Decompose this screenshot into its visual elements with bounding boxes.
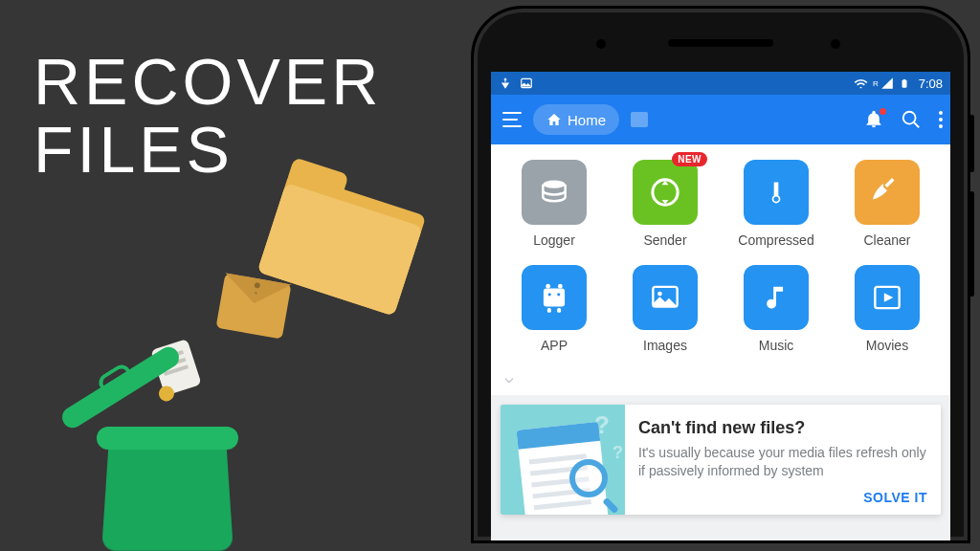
phone-volume-button	[969, 191, 974, 297]
tile-label: APP	[541, 338, 568, 353]
app-bar: Home	[491, 95, 950, 144]
notifications-button[interactable]	[864, 110, 883, 129]
app-icon	[522, 265, 587, 330]
signal-label: R	[873, 79, 879, 88]
svg-point-5	[543, 181, 565, 188]
svg-rect-11	[544, 289, 565, 307]
tile-movies[interactable]: Movies	[832, 265, 943, 353]
recover-illustration	[57, 225, 440, 550]
promo-illustration: ??	[501, 405, 625, 515]
tile-label: Sender	[643, 232, 686, 248]
svg-point-3	[903, 112, 916, 124]
tile-cleaner[interactable]: Cleaner	[832, 160, 943, 248]
svg-point-15	[557, 293, 560, 296]
search-icon	[901, 109, 922, 130]
svg-point-8	[773, 196, 780, 203]
headline-line1: RECOVER	[33, 48, 382, 116]
card-body: It's usually because your media files re…	[638, 444, 927, 480]
compressed-icon	[744, 160, 809, 225]
picture-status-icon	[520, 77, 533, 90]
tile-label: Images	[643, 338, 687, 353]
expand-button[interactable]	[499, 370, 943, 387]
svg-point-17	[657, 292, 662, 297]
window-indicator-icon[interactable]	[631, 112, 648, 127]
tile-sender[interactable]: NEW Sender	[610, 160, 721, 248]
tile-app[interactable]: APP	[499, 265, 610, 353]
svg-rect-7	[774, 183, 779, 196]
images-icon	[633, 265, 698, 330]
chevron-down-icon	[499, 374, 520, 387]
wifi-icon	[854, 77, 867, 90]
tile-label: Logger	[533, 232, 575, 248]
phone-camera	[596, 39, 606, 49]
notification-dot	[880, 108, 886, 115]
phone-screen: R 7:08 Home	[491, 72, 950, 540]
overflow-menu-button[interactable]	[939, 111, 943, 128]
menu-button[interactable]	[499, 105, 527, 134]
tile-label: Cleaner	[863, 232, 910, 248]
status-bar: R 7:08	[491, 72, 950, 95]
magnifier-icon	[569, 459, 617, 507]
es-status-icon	[499, 77, 512, 90]
category-grid: Logger NEW Sender Compressed Cleaner	[491, 144, 950, 395]
phone-speaker	[668, 39, 773, 47]
tile-music[interactable]: Music	[721, 265, 832, 353]
logger-icon	[522, 160, 587, 225]
svg-rect-12	[547, 308, 551, 313]
tile-label: Movies	[866, 338, 908, 353]
breadcrumb-home[interactable]: Home	[533, 104, 619, 135]
card-title: Can't find new files?	[638, 418, 927, 438]
promo-headline: RECOVER FILES	[33, 48, 382, 185]
svg-rect-2	[902, 79, 905, 80]
tile-label: Music	[759, 338, 794, 353]
svg-rect-13	[557, 308, 561, 313]
new-badge: NEW	[672, 152, 707, 166]
tile-label: Compressed	[738, 232, 813, 248]
phone-sensor	[831, 39, 840, 49]
phone-side-button	[969, 115, 974, 172]
home-icon	[546, 112, 562, 127]
promo-card: ?? Can't find new files? It's usually be…	[501, 405, 941, 515]
music-icon	[744, 265, 809, 330]
cleaner-icon	[855, 160, 920, 225]
sender-icon	[633, 160, 698, 225]
tile-images[interactable]: Images	[610, 265, 721, 353]
phone-frame: R 7:08 Home	[471, 6, 970, 543]
svg-rect-1	[902, 80, 906, 88]
battery-icon	[900, 77, 913, 90]
breadcrumb-label: Home	[568, 112, 606, 128]
svg-line-4	[914, 122, 920, 128]
envelope-icon	[215, 273, 291, 339]
solve-it-button[interactable]: SOLVE IT	[638, 490, 927, 505]
signal-icon	[880, 77, 894, 90]
svg-point-14	[548, 293, 551, 296]
trash-bin-icon	[105, 440, 230, 550]
tile-compressed[interactable]: Compressed	[721, 160, 832, 248]
status-time: 7:08	[919, 77, 943, 91]
svg-point-10	[558, 284, 563, 289]
tile-logger[interactable]: Logger	[499, 160, 610, 248]
search-button[interactable]	[901, 109, 922, 130]
movies-icon	[855, 265, 920, 330]
svg-point-9	[546, 284, 550, 289]
